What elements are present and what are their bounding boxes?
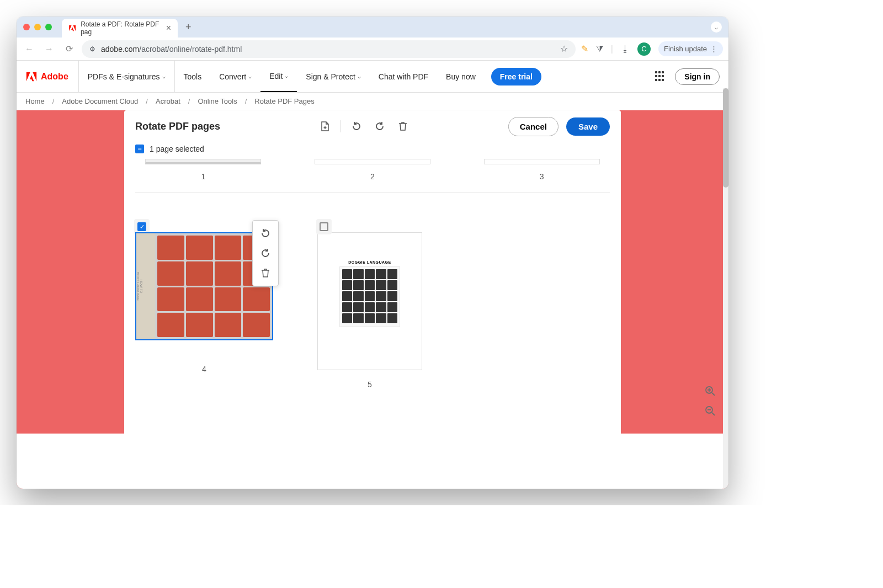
delete-icon[interactable] [395, 119, 411, 134]
free-trial-button[interactable]: Free trial [491, 68, 541, 85]
page-row-2: ✓ HOW TO BODY LANGUAGE [135, 232, 610, 389]
page-cell-4[interactable]: ✓ HOW TO BODY LANGUAGE [135, 232, 273, 373]
adobe-logo[interactable]: Adobe [25, 61, 79, 92]
chevron-down-icon: ⌵ [162, 73, 166, 79]
page-thumbnail-2 [315, 159, 430, 164]
page-thumbnail-1 [145, 159, 261, 164]
zoom-in-icon[interactable] [704, 385, 716, 397]
rotate-right-icon[interactable] [372, 119, 387, 134]
page-number: 1 [201, 172, 205, 181]
page-cell-2[interactable]: 2 [305, 159, 441, 181]
forward-button[interactable]: → [42, 42, 56, 56]
rotate-left-icon[interactable] [349, 119, 364, 134]
sign-in-button[interactable]: Sign in [675, 68, 720, 85]
nav-edit[interactable]: Edit⌵ [260, 61, 297, 92]
selection-bar: − 1 page selected [124, 142, 621, 159]
breadcrumb-home[interactable]: Home [25, 97, 45, 105]
nav-sign-protect[interactable]: Sign & Protect⌵ [297, 61, 370, 92]
url-path: /acrobat/online/rotate-pdf.html [139, 45, 242, 54]
titlebar: Rotate a PDF: Rotate PDF pag × + ⌵ [17, 17, 728, 38]
page-thumbnail-5[interactable]: DOGGIE LANGUAGE [317, 232, 422, 370]
kebab-menu-icon: ⋮ [710, 45, 717, 53]
url-bar: ← → ⟳ ⚙ adobe.com/acrobat/online/rotate-… [17, 38, 728, 61]
chevron-down-icon: ⌵ [358, 73, 361, 79]
nav-convert[interactable]: Convert⌵ [210, 61, 260, 92]
chevron-down-icon: ⌵ [285, 73, 288, 79]
tab-title: Rotate a PDF: Rotate PDF pag [81, 20, 161, 36]
finish-update-button[interactable]: Finish update ⋮ [658, 41, 723, 56]
scrollbar[interactable] [723, 88, 728, 489]
page-thumbnail-3 [484, 159, 600, 164]
browser-actions: ✎ ⧩ | ⭳ C Finish update ⋮ [581, 41, 723, 56]
breadcrumb: Home/ Adobe Document Cloud/ Acrobat/ Onl… [17, 93, 728, 110]
bookmark-star-icon[interactable]: ☆ [560, 44, 568, 54]
page-cell-5[interactable]: DOGGIE LANGUAGE 5 [317, 232, 422, 389]
page-cell-3[interactable]: 3 [474, 159, 610, 181]
nav-tools[interactable]: Tools [175, 61, 211, 92]
minimize-window-button[interactable] [34, 24, 41, 30]
close-tab-icon[interactable]: × [166, 24, 171, 33]
page-number: 4 [202, 365, 206, 373]
page-actions-popup [252, 220, 279, 286]
profile-avatar[interactable]: C [637, 42, 651, 56]
adobe-top-nav: Adobe PDFs & E-signatures⌵ Tools Convert… [17, 61, 728, 93]
breadcrumb-acrobat[interactable]: Acrobat [156, 97, 180, 105]
page-thumbnail-4[interactable]: ✓ HOW TO BODY LANGUAGE [135, 232, 273, 340]
scrollbar-thumb[interactable] [723, 88, 728, 188]
page-number: 3 [540, 172, 544, 181]
zoom-out-icon[interactable] [704, 405, 716, 417]
extension-pencil-icon[interactable]: ✎ [581, 44, 588, 54]
close-window-button[interactable] [23, 24, 30, 30]
selection-count: 1 page selected [150, 145, 204, 153]
nav-chat-pdf[interactable]: Chat with PDF [370, 61, 437, 92]
extensions-puzzle-icon[interactable]: ⧩ [596, 44, 603, 54]
select-all-checkbox[interactable]: − [135, 145, 144, 153]
page-title: Rotate PDF pages [135, 121, 220, 132]
breadcrumb-document-cloud[interactable]: Adobe Document Cloud [62, 97, 138, 105]
rotate-right-button[interactable] [257, 245, 274, 261]
page-number: 2 [370, 172, 375, 181]
rotate-panel: Rotate PDF pages Cancel Save − 1 page se… [124, 110, 621, 489]
browser-window: Rotate a PDF: Rotate PDF pag × + ⌵ ← → ⟳… [17, 17, 728, 489]
delete-page-button[interactable] [257, 265, 274, 281]
adobe-favicon-icon [68, 24, 76, 33]
thumbnail-5-title: DOGGIE LANGUAGE [348, 260, 391, 264]
breadcrumb-current: Rotate PDF Pages [254, 97, 314, 105]
maximize-window-button[interactable] [45, 24, 52, 30]
address-bar[interactable]: ⚙ adobe.com/acrobat/online/rotate-pdf.ht… [82, 40, 576, 58]
panel-header: Rotate PDF pages Cancel Save [124, 110, 621, 142]
save-button[interactable]: Save [566, 117, 610, 136]
cancel-button[interactable]: Cancel [508, 117, 558, 136]
tabs-dropdown-button[interactable]: ⌵ [711, 22, 722, 33]
site-settings-icon[interactable]: ⚙ [89, 45, 95, 53]
window-controls [23, 24, 52, 30]
page-grid: 1 2 3 ✓ [124, 159, 621, 489]
nav-buy-now[interactable]: Buy now [437, 61, 485, 92]
rotate-left-button[interactable] [257, 225, 274, 242]
page-cell-1[interactable]: 1 [135, 159, 272, 181]
page-checkbox-5[interactable] [316, 219, 332, 234]
downloads-icon[interactable]: ⭳ [621, 44, 630, 54]
chevron-down-icon: ⌵ [248, 73, 252, 79]
apps-grid-icon[interactable] [655, 71, 666, 82]
adobe-logo-icon [25, 71, 38, 83]
browser-tab[interactable]: Rotate a PDF: Rotate PDF pag × [62, 19, 178, 38]
breadcrumb-online-tools[interactable]: Online Tools [198, 97, 237, 105]
insert-page-icon[interactable] [317, 119, 333, 134]
back-button[interactable]: ← [22, 42, 36, 56]
reload-button[interactable]: ⟳ [62, 42, 76, 56]
zoom-controls [704, 385, 716, 417]
nav-pdfs-esignatures[interactable]: PDFs & E-signatures⌵ [79, 61, 175, 92]
main-stage: Rotate PDF pages Cancel Save − 1 page se… [17, 110, 728, 489]
url-domain: adobe.com [101, 45, 139, 54]
page-number: 5 [368, 380, 372, 389]
page-row-1: 1 2 3 [135, 159, 610, 193]
new-tab-button[interactable]: + [185, 22, 192, 33]
